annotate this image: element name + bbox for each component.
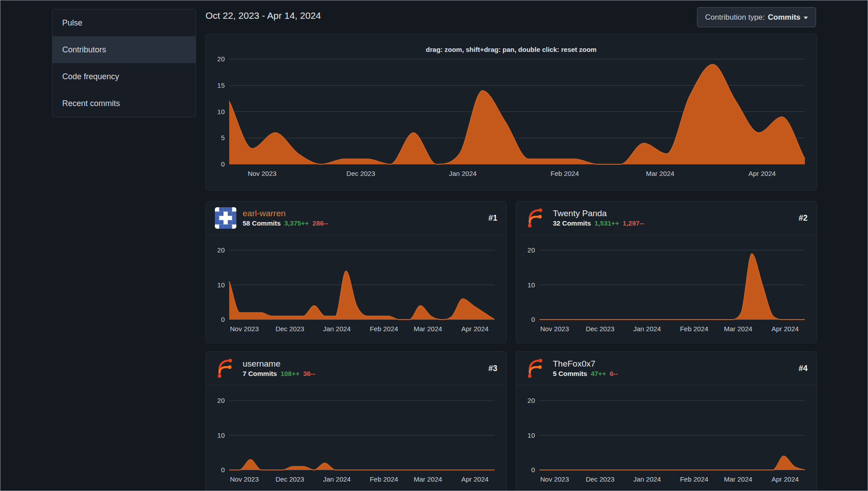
contributor-card: earl-warren 58 Commits 3,375++ 286-- #1 … [205,201,507,343]
svg-text:10: 10 [217,281,225,289]
svg-text:Feb 2024: Feb 2024 [370,475,398,483]
contributor-name-link[interactable]: TheFox0x7 [553,359,618,369]
forgejo-logo-avatar [525,207,547,229]
activity-sidebar: PulseContributorsCode frequencyRecent co… [52,9,196,117]
contributor-name-link[interactable]: Twenty Panda [553,209,644,218]
svg-text:20: 20 [217,397,225,404]
contributor-commits-chart[interactable]: 01020Nov 2023Dec 2023Jan 2024Feb 2024Mar… [206,235,506,343]
svg-text:Nov 2023: Nov 2023 [540,325,569,333]
forgejo-logo-avatar [525,358,547,379]
svg-text:0: 0 [531,316,535,323]
contributor-rank: #3 [488,364,497,373]
contributor-name-link[interactable]: username [243,359,315,369]
overall-commits-card: 05101520Nov 2023Dec 2023Jan 2024Feb 2024… [205,34,817,191]
chevron-down-icon [804,17,808,19]
svg-text:Apr 2024: Apr 2024 [462,475,489,483]
contributor-stats: 58 Commits 3,375++ 286-- [243,219,328,227]
commit-count: 58 Commits [243,219,281,227]
sidebar-item-contributors[interactable]: Contributors [52,36,196,63]
svg-text:Apr 2024: Apr 2024 [748,170,776,177]
contribution-type-label: Contribution type: [705,13,765,22]
svg-text:Apr 2024: Apr 2024 [772,475,799,483]
svg-text:Jan 2024: Jan 2024 [633,325,661,333]
contributor-stats: 7 Commits 108++ 36-- [243,370,315,377]
svg-text:10: 10 [217,431,225,439]
contributor-rank: #2 [799,213,808,223]
contributor-commits-chart[interactable]: 01020Nov 2023Dec 2023Jan 2024Feb 2024Mar… [516,235,817,343]
svg-text:Jan 2024: Jan 2024 [323,475,351,483]
contributor-stats: 32 Commits 1,531++ 1,297-- [553,219,644,227]
svg-text:15: 15 [217,81,225,89]
svg-text:Dec 2023: Dec 2023 [586,325,614,333]
svg-text:0: 0 [221,316,225,323]
contributor-card-header: username 7 Commits 108++ 36-- #3 [206,352,506,385]
contributor-card-header: earl-warren 58 Commits 3,375++ 286-- #1 [206,201,506,235]
svg-text:Nov 2023: Nov 2023 [540,475,569,483]
svg-text:Feb 2024: Feb 2024 [680,475,708,483]
svg-text:Feb 2024: Feb 2024 [370,325,398,333]
svg-text:Mar 2024: Mar 2024 [724,475,752,483]
svg-text:20: 20 [217,55,225,63]
svg-text:Mar 2024: Mar 2024 [646,170,674,177]
contributor-card-header: Twenty Panda 32 Commits 1,531++ 1,297-- … [516,201,817,235]
contributor-commits-chart[interactable]: 01020Nov 2023Dec 2023Jan 2024Feb 2024Mar… [516,385,817,491]
sidebar-item-pulse[interactable]: Pulse [52,9,196,36]
svg-text:20: 20 [217,246,225,254]
deletions-count: 1,297-- [623,219,644,227]
additions-count: 1,531++ [594,219,619,227]
contributor-card-header: TheFox0x7 5 Commits 47++ 6-- #4 [516,352,817,385]
svg-text:Jan 2024: Jan 2024 [633,475,661,483]
svg-text:Dec 2023: Dec 2023 [586,475,614,483]
svg-text:10: 10 [217,108,225,115]
svg-text:20: 20 [527,246,535,254]
contributor-stats: 5 Commits 47++ 6-- [553,370,618,377]
sidebar-item-code-frequency[interactable]: Code frequency [52,63,196,90]
contribution-type-dropdown[interactable]: Contribution type: Commits [697,7,816,27]
contributor-card: Twenty Panda 32 Commits 1,531++ 1,297-- … [516,201,817,343]
deletions-count: 36-- [303,370,315,377]
svg-text:Mar 2024: Mar 2024 [724,325,752,333]
contribution-type-value: Commits [768,13,800,22]
svg-text:Nov 2023: Nov 2023 [230,325,259,333]
svg-text:Apr 2024: Apr 2024 [462,325,489,333]
contributor-card: username 7 Commits 108++ 36-- #3 01020No… [205,351,507,491]
svg-text:10: 10 [527,431,535,439]
svg-text:Apr 2024: Apr 2024 [772,325,799,333]
contributor-info: username 7 Commits 108++ 36-- [243,359,315,378]
svg-text:0: 0 [531,466,535,474]
svg-text:5: 5 [221,134,225,141]
svg-text:Dec 2023: Dec 2023 [346,170,375,177]
svg-text:Nov 2023: Nov 2023 [248,170,276,177]
svg-text:Nov 2023: Nov 2023 [230,475,259,483]
forgejo-logo-avatar [215,358,236,379]
repository-activity-page: PulseContributorsCode frequencyRecent co… [0,0,868,491]
additions-count: 3,375++ [284,219,309,227]
commit-count: 5 Commits [553,370,587,377]
overall-commits-chart[interactable]: 05101520Nov 2023Dec 2023Jan 2024Feb 2024… [206,34,817,190]
contributor-name-link[interactable]: earl-warren [243,209,328,218]
contributor-info: TheFox0x7 5 Commits 47++ 6-- [553,359,618,378]
identicon-avatar [215,207,236,229]
contributor-rank: #4 [799,364,808,373]
svg-text:Feb 2024: Feb 2024 [680,325,708,333]
svg-text:Jan 2024: Jan 2024 [323,325,351,333]
svg-text:10: 10 [527,281,535,289]
date-range-title: Oct 22, 2023 - Apr 14, 2024 [205,10,321,21]
commit-count: 7 Commits [243,370,277,377]
svg-text:Mar 2024: Mar 2024 [414,325,442,333]
contributor-rank: #1 [488,213,497,223]
commit-count: 32 Commits [553,219,591,227]
sidebar-item-recent-commits[interactable]: Recent commits [52,90,196,117]
contributor-commits-chart[interactable]: 01020Nov 2023Dec 2023Jan 2024Feb 2024Mar… [206,385,506,491]
svg-text:Feb 2024: Feb 2024 [551,170,579,177]
svg-text:0: 0 [221,466,225,474]
additions-count: 47++ [591,370,606,377]
contributor-info: Twenty Panda 32 Commits 1,531++ 1,297-- [553,209,644,227]
svg-text:Jan 2024: Jan 2024 [449,170,477,177]
svg-text:Dec 2023: Dec 2023 [275,475,304,483]
deletions-count: 286-- [312,219,328,227]
svg-text:20: 20 [527,397,535,404]
chart-zoom-hint: drag: zoom, shift+drag: pan, double clic… [206,46,817,53]
contributor-card: TheFox0x7 5 Commits 47++ 6-- #4 01020Nov… [516,351,817,491]
deletions-count: 6-- [610,370,618,377]
